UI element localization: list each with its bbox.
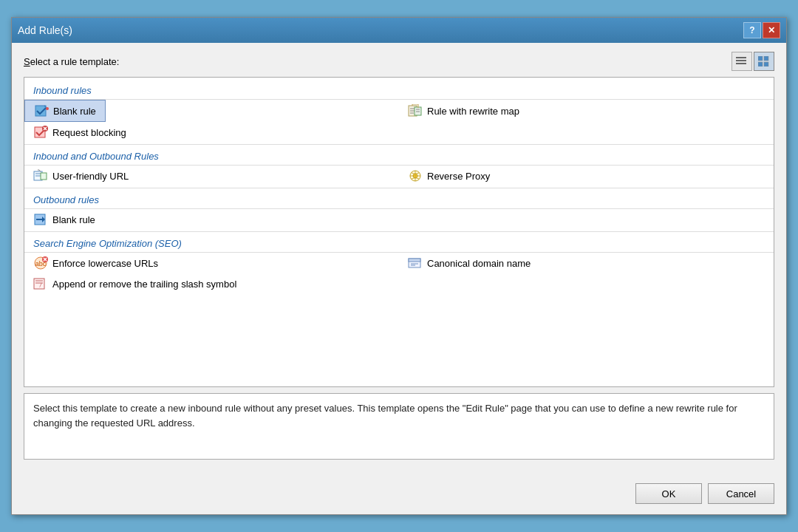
rules-list-panel: Inbound rules Blank rule: [24, 77, 774, 387]
view-buttons: [732, 52, 774, 71]
inbound-row-1: Blank rule: [24, 100, 774, 122]
svg-rect-5: [758, 62, 763, 66]
dialog-body: Select a rule template:: [12, 43, 786, 477]
help-button[interactable]: ?: [743, 22, 761, 38]
enforce-lowercase-item[interactable]: abc Enforce lowercase URLs: [24, 253, 167, 273]
rewrite-map-icon: [408, 104, 423, 117]
svg-rect-35: [409, 259, 420, 262]
canonical-domain-item[interactable]: Canonical domain name: [399, 253, 539, 273]
svg-text:/: /: [39, 282, 42, 288]
separator-3: [24, 231, 774, 232]
request-blocking-icon: [33, 126, 48, 139]
inbound-outbound-row-1: User-friendly URL Reverse Proxy: [24, 166, 774, 186]
group-header-inbound-outbound: Inbound and Outbound Rules: [24, 146, 774, 166]
blank-rule-outbound-icon: [33, 213, 48, 226]
svg-rect-3: [758, 56, 763, 61]
list-view-button[interactable]: [732, 52, 752, 71]
blank-rule-outbound-label: Blank rule: [52, 214, 95, 225]
title-bar-buttons: ? ✕: [743, 22, 780, 38]
canonical-domain-label: Canonical domain name: [427, 258, 531, 269]
seo-row-1: abc Enforce lowercase URLs: [24, 253, 774, 273]
user-friendly-url-icon: [33, 169, 48, 183]
enforce-lowercase-icon: abc: [33, 256, 48, 270]
enforce-lowercase-label: Enforce lowercase URLs: [52, 258, 158, 269]
canonical-domain-icon: [408, 256, 423, 270]
seo-row-2: / Append or remove the trailing slash sy…: [24, 273, 774, 294]
group-header-outbound: Outbound rules: [24, 190, 774, 209]
request-blocking-label: Request blocking: [52, 127, 126, 138]
add-rules-dialog: Add Rule(s) ? ✕ Select a rule template:: [11, 17, 787, 515]
dialog-title: Add Rule(s): [18, 24, 72, 36]
blank-rule-inbound-label: Blank rule: [53, 106, 96, 117]
separator-1: [24, 144, 774, 145]
outbound-row-1: Blank rule: [24, 209, 774, 230]
svg-rect-4: [764, 56, 768, 61]
group-header-inbound: Inbound rules: [24, 81, 774, 100]
blank-rule-inbound-icon: [34, 104, 49, 117]
svg-rect-0: [736, 57, 746, 58]
reverse-proxy-label: Reverse Proxy: [427, 171, 490, 182]
inbound-row-2: Request blocking: [24, 122, 774, 143]
close-button[interactable]: ✕: [763, 22, 780, 38]
detail-view-button[interactable]: [754, 52, 774, 71]
blank-rule-inbound-item[interactable]: Blank rule: [24, 100, 106, 122]
select-label: Select a rule template:: [24, 56, 119, 67]
ok-button[interactable]: OK: [635, 483, 702, 504]
reverse-proxy-item[interactable]: Reverse Proxy: [399, 166, 499, 186]
user-friendly-url-label: User-friendly URL: [52, 171, 129, 182]
description-text: Select this template to create a new inb…: [33, 403, 737, 429]
separator-2: [24, 188, 774, 188]
reverse-proxy-icon: [408, 169, 423, 183]
svg-point-8: [46, 107, 49, 110]
header-row: Select a rule template:: [24, 52, 774, 71]
svg-rect-2: [736, 63, 746, 64]
list-view-icon: [736, 56, 748, 66]
dialog-footer: OK Cancel: [12, 477, 786, 514]
group-header-seo: Search Engine Optimization (SEO): [24, 233, 774, 253]
svg-rect-6: [764, 62, 768, 66]
rule-with-rewrite-map-item[interactable]: Rule with rewrite map: [399, 100, 528, 121]
description-panel: Select this template to create a new inb…: [24, 393, 774, 460]
user-friendly-url-item[interactable]: User-friendly URL: [24, 166, 137, 186]
rewrite-map-label: Rule with rewrite map: [427, 106, 519, 117]
blank-rule-outbound-item[interactable]: Blank rule: [24, 209, 104, 230]
request-blocking-item[interactable]: Request blocking: [24, 122, 135, 143]
detail-view-icon: [758, 56, 770, 66]
trailing-slash-label: Append or remove the trailing slash symb…: [52, 279, 236, 290]
svg-rect-23: [41, 173, 47, 180]
trailing-slash-icon: /: [33, 277, 48, 290]
svg-rect-1: [736, 60, 746, 61]
trailing-slash-item[interactable]: / Append or remove the trailing slash sy…: [24, 273, 245, 294]
title-bar: Add Rule(s) ? ✕: [12, 18, 786, 43]
cancel-button[interactable]: Cancel: [708, 483, 774, 504]
